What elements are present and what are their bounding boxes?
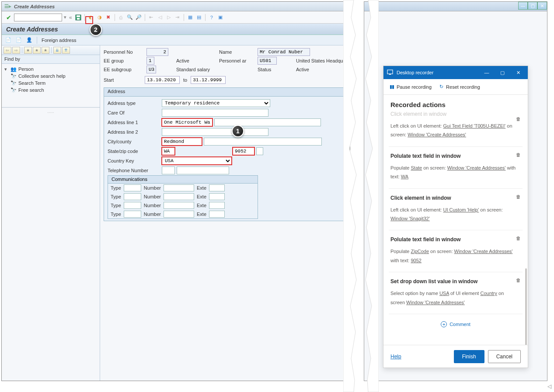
next-icon[interactable]: ▷ [165,14,172,21]
cancel-icon[interactable]: ✖ [105,14,112,21]
comm-type-field[interactable] [124,211,141,218]
newwin-icon[interactable]: ▦ [187,14,194,21]
comm-number-field[interactable] [164,184,194,191]
county-field[interactable] [204,138,322,146]
close-window-icon[interactable]: ✕ [537,2,547,10]
maximize-icon[interactable]: ▢ [528,2,537,10]
action-card[interactable]: Set drop down list value in window 🗑 Sel… [389,272,523,314]
tree-item-collective[interactable]: 🔭Collective search help [10,73,97,80]
help-icon[interactable]: ? [208,14,215,21]
tree-person[interactable]: ▾ 👥 Person [4,66,97,73]
city-field[interactable] [162,138,202,146]
main-content: Personnel No 2 Name Mr Conrad Nuber EE g… [100,45,350,381]
collapse-toggle-icon[interactable]: ▾ [4,66,9,72]
line1-ext-field[interactable] [214,118,321,126]
comm-row: Type Number Exte [108,184,258,192]
delete-action-icon[interactable]: 🗑 [516,278,521,283]
fav3-icon[interactable]: ★ [42,47,49,54]
comm-number-field[interactable] [164,211,194,218]
comm-type-field[interactable] [124,184,141,191]
comm-ext-field[interactable] [209,202,225,209]
comm-ext-field[interactable] [209,193,225,200]
delete-action-icon[interactable]: 🗑 [516,152,521,157]
phone-2-field[interactable] [177,167,229,174]
zip-field[interactable] [233,147,254,155]
help-link[interactable]: Help [390,354,401,360]
menu-icon[interactable]: ☰▸ [4,3,11,9]
sub-toolbar: 📄 📄 👤 Foreign address [2,35,350,45]
tree-item-free-search[interactable]: 🔭Free search [10,87,97,94]
resize-handle-icon[interactable]: ◁ [547,383,551,389]
desktop-recorder: Desktop recorder — ▢ ✕ ▮▮ Pause recordin… [383,66,528,368]
comm-number-field[interactable] [164,193,194,200]
line1-field[interactable] [162,118,213,126]
layout-icon[interactable]: ▤ [195,14,202,21]
exit-icon[interactable]: ◑ [96,14,103,21]
doc2-icon[interactable]: 📄 [16,37,22,43]
pause-recording-button[interactable]: ▮▮ Pause recording [390,84,432,90]
find-icon[interactable]: 🔍 [126,14,133,21]
eegroup-text: Active [176,58,216,63]
delete-action-icon[interactable]: 🗑 [516,194,521,199]
last-icon[interactable]: ⇥ [174,14,181,21]
findnext-icon[interactable]: 🔎 [135,14,142,21]
action-card[interactable]: Polulate text field in window 🗑 Populate… [389,230,523,272]
ok-icon[interactable]: ✔ [5,14,12,21]
expand-icon[interactable]: ⇊ [53,47,61,54]
comm-ext-field[interactable] [209,184,225,191]
careof-field[interactable] [162,109,268,117]
prev-icon[interactable]: ◁ [157,14,164,21]
recorder-header: Desktop recorder — ▢ ✕ [383,66,528,79]
delete-action-icon[interactable]: 🗑 [516,116,521,121]
command-field[interactable] [14,14,62,21]
scrollbar[interactable] [525,268,527,345]
reset-recording-button[interactable]: ↻ Reset recording [439,84,480,90]
person-icon[interactable]: 👤 [26,37,32,43]
action-card[interactable]: Click element in window 🗑 Left click on … [389,111,523,147]
recorder-close-icon[interactable]: ✕ [512,68,524,77]
binoculars-icon: 🔭 [10,73,17,79]
zip-ext-field[interactable] [256,147,263,155]
left-panel: ⇦ ⇨ ★ ★ ★ ⇊ ⇈ Find by ▾ 👥 Person 🔭Collec… [2,45,100,381]
nav-fwd-icon[interactable]: ⇨ [12,47,20,54]
collapse-icon[interactable]: ⇈ [62,47,70,54]
personnel-no-field[interactable]: 2 [146,48,168,56]
country-select[interactable]: USA [162,157,232,165]
doc-icon[interactable]: 📄 [5,37,11,43]
add-comment-button[interactable]: + Comment [389,314,523,334]
customize-icon[interactable]: ▣ [217,14,224,21]
comm-type-field[interactable] [124,202,141,209]
fav2-icon[interactable]: ★ [33,47,41,54]
person-tree-icon: 👥 [10,66,17,72]
eesubgroup-label: EE subgroup [104,67,143,72]
state-field[interactable] [162,147,175,155]
status-text: Active [296,67,350,72]
comm-type-field[interactable] [124,193,141,200]
tree-item-search-term[interactable]: 🔭Search Term [10,80,97,87]
foreign-address-label[interactable]: Foreign address [42,38,77,43]
comm-ext-field[interactable] [209,211,225,218]
recorder-footer: Help Finish Cancel [383,345,528,368]
start-date-field[interactable] [145,76,180,84]
minimize-icon[interactable]: — [518,2,528,10]
first-icon[interactable]: ⇤ [148,14,155,21]
cancel-button[interactable]: Cancel [488,350,521,363]
nav-back-icon[interactable]: ⇦ [3,47,11,54]
phone-1-field[interactable] [162,167,175,174]
recorder-maximize-icon[interactable]: ▢ [496,68,509,77]
fav1-icon[interactable]: ★ [24,47,32,54]
save-button[interactable] [75,14,82,21]
state-label: State/zip code [108,149,160,154]
print-icon[interactable]: ⎙ [118,14,125,21]
recorder-minimize-icon[interactable]: — [481,68,493,77]
comm-number-field[interactable] [164,202,194,209]
address-group: Address Address type Temporary residence… [104,87,346,221]
address-type-select[interactable]: Temporary residence [162,99,270,107]
finish-button[interactable]: Finish [454,350,484,363]
delete-action-icon[interactable]: 🗑 [516,236,521,241]
eegroup-label: EE group [104,58,143,63]
end-date-field[interactable] [191,76,226,84]
action-card[interactable]: Click element in window 🗑 Left click on … [389,189,523,231]
line2-field[interactable] [162,128,268,136]
action-card[interactable]: Polulate text field in window 🗑 Populate… [389,147,523,189]
